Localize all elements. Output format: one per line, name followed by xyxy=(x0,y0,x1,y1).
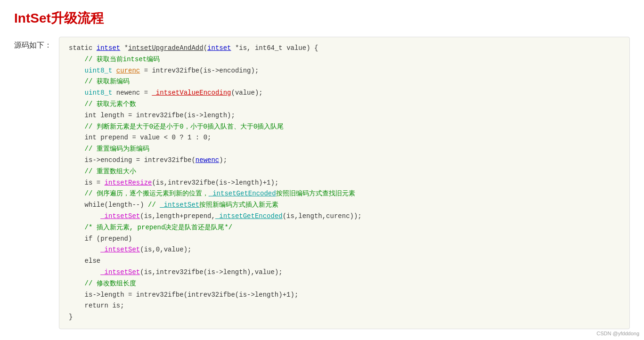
code-line-6: // 获取元素个数 xyxy=(69,99,620,110)
code-line-19: _intsetSet(is,0,value); xyxy=(69,244,620,256)
code-line-8: // 判断新元素是大于0还是小于0，小于0插入队首、大于0插入队尾 xyxy=(69,121,620,133)
code-line-10: // 重置编码为新编码 xyxy=(69,144,620,155)
code-line-24: return is; xyxy=(69,300,620,312)
source-label: 源码如下： xyxy=(14,40,52,50)
code-line-2: // 获取当前intset编码 xyxy=(69,54,620,65)
code-line-21: _intsetSet(is,intrev32ifbe(is->length),v… xyxy=(69,267,620,278)
code-line-25: } xyxy=(69,312,620,323)
code-line-1: static intset *intsetUpgradeAndAdd(intse… xyxy=(69,43,620,54)
code-line-15: while(length--) // _intsetSet按照新编码方式插入新元… xyxy=(69,200,620,211)
content-area: 源码如下： static intset *intsetUpgradeAndAdd… xyxy=(14,37,630,329)
code-line-7: int length = intrev32ifbe(is->length); xyxy=(69,110,620,121)
code-line-16: _intsetSet(is,length+prepend,_intsetGetE… xyxy=(69,211,620,222)
code-line-3: uint8_t curenc = intrev32ifbe(is->encodi… xyxy=(69,65,620,77)
code-line-14: // 倒序遍历，逐个搬运元素到新的位置，_intsetGetEncoded按照旧… xyxy=(69,188,620,200)
code-line-5: uint8_t newenc = _intsetValueEncoding(va… xyxy=(69,88,620,99)
code-line-4: // 获取新编码 xyxy=(69,76,620,88)
page-title: IntSet升级流程 xyxy=(14,9,630,27)
code-line-9: int prepend = value < 0 ? 1 : 0; xyxy=(69,132,620,144)
code-line-18: if (prepend) xyxy=(69,234,620,245)
code-line-23: is->length = intrev32ifbe(intrev32ifbe(i… xyxy=(69,290,620,301)
watermark: CSDN @yfdddong xyxy=(596,331,639,336)
code-line-13: is = intsetResize(is,intrev32ifbe(is->le… xyxy=(69,178,620,189)
code-line-20: else xyxy=(69,256,620,267)
code-block: static intset *intsetUpgradeAndAdd(intse… xyxy=(59,37,630,329)
code-line-12: // 重置数组大小 xyxy=(69,166,620,178)
code-line-22: // 修改数组长度 xyxy=(69,278,620,290)
code-line-17: /* 插入新元素, prepend决定是队首还是队尾*/ xyxy=(69,222,620,234)
code-line-11: is->encoding = intrev32ifbe(newenc); xyxy=(69,155,620,166)
